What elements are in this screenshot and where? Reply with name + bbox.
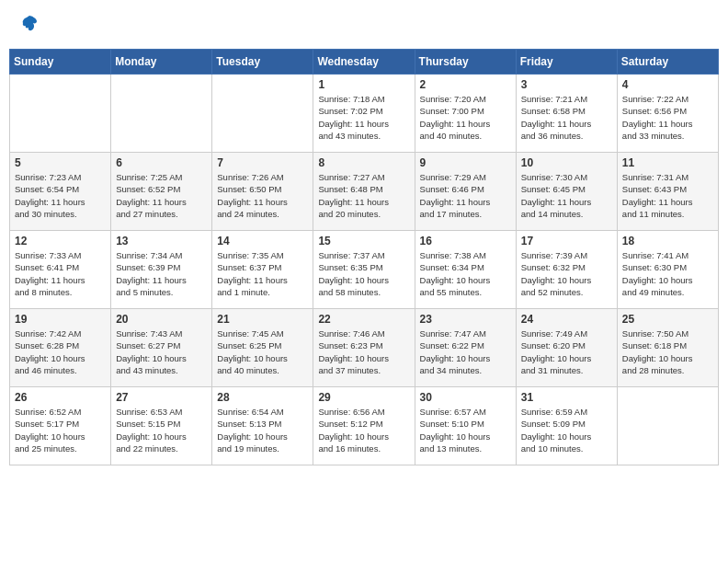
- calendar-cell: 31Sunrise: 6:59 AM Sunset: 5:09 PM Dayli…: [516, 387, 617, 465]
- calendar-cell: 7Sunrise: 7:26 AM Sunset: 6:50 PM Daylig…: [212, 153, 313, 231]
- day-info: Sunrise: 6:59 AM Sunset: 5:09 PM Dayligh…: [521, 406, 612, 454]
- week-row-5: 26Sunrise: 6:52 AM Sunset: 5:17 PM Dayli…: [10, 387, 719, 465]
- day-info: Sunrise: 7:25 AM Sunset: 6:52 PM Dayligh…: [116, 171, 207, 220]
- day-info: Sunrise: 7:34 AM Sunset: 6:39 PM Dayligh…: [116, 249, 207, 298]
- day-number: 12: [15, 235, 106, 247]
- calendar-cell: 21Sunrise: 7:45 AM Sunset: 6:25 PM Dayli…: [212, 309, 313, 387]
- calendar-cell: [10, 75, 111, 153]
- day-number: 16: [420, 235, 511, 247]
- day-header-sunday: Sunday: [10, 50, 111, 75]
- logo-content: [18, 14, 39, 37]
- day-info: Sunrise: 7:41 AM Sunset: 6:30 PM Dayligh…: [622, 249, 713, 298]
- day-info: Sunrise: 7:39 AM Sunset: 6:32 PM Dayligh…: [521, 249, 612, 298]
- calendar-cell: 28Sunrise: 6:54 AM Sunset: 5:13 PM Dayli…: [212, 387, 313, 465]
- day-info: Sunrise: 7:26 AM Sunset: 6:50 PM Dayligh…: [217, 171, 308, 220]
- calendar-header-row: SundayMondayTuesdayWednesdayThursdayFrid…: [10, 50, 719, 75]
- day-number: 29: [318, 391, 409, 404]
- day-number: 24: [521, 313, 612, 326]
- calendar-cell: 29Sunrise: 6:56 AM Sunset: 5:12 PM Dayli…: [313, 387, 415, 465]
- day-info: Sunrise: 7:29 AM Sunset: 6:46 PM Dayligh…: [420, 171, 511, 220]
- day-number: 15: [318, 235, 409, 247]
- day-number: 7: [217, 156, 308, 169]
- day-number: 4: [622, 78, 713, 91]
- day-number: 26: [15, 391, 106, 404]
- day-number: 5: [15, 156, 106, 169]
- calendar-cell: 2Sunrise: 7:20 AM Sunset: 7:00 PM Daylig…: [415, 75, 516, 153]
- logo: [18, 14, 39, 37]
- day-info: Sunrise: 7:21 AM Sunset: 6:58 PM Dayligh…: [521, 93, 612, 142]
- calendar-cell: 14Sunrise: 7:35 AM Sunset: 6:37 PM Dayli…: [212, 231, 313, 309]
- calendar-cell: 24Sunrise: 7:49 AM Sunset: 6:20 PM Dayli…: [516, 309, 617, 387]
- week-row-1: 1Sunrise: 7:18 AM Sunset: 7:02 PM Daylig…: [10, 75, 719, 153]
- day-header-thursday: Thursday: [415, 50, 516, 75]
- day-info: Sunrise: 7:45 AM Sunset: 6:25 PM Dayligh…: [217, 327, 308, 376]
- day-info: Sunrise: 7:30 AM Sunset: 6:45 PM Dayligh…: [521, 171, 612, 220]
- calendar-cell: 11Sunrise: 7:31 AM Sunset: 6:43 PM Dayli…: [617, 153, 718, 231]
- day-number: 6: [116, 156, 207, 169]
- calendar-cell: 1Sunrise: 7:18 AM Sunset: 7:02 PM Daylig…: [313, 75, 415, 153]
- day-number: 10: [521, 156, 612, 169]
- day-info: Sunrise: 7:33 AM Sunset: 6:41 PM Dayligh…: [15, 249, 106, 298]
- day-info: Sunrise: 7:42 AM Sunset: 6:28 PM Dayligh…: [15, 327, 106, 376]
- day-number: 30: [420, 391, 511, 404]
- calendar-cell: 18Sunrise: 7:41 AM Sunset: 6:30 PM Dayli…: [617, 231, 718, 309]
- day-number: 19: [15, 313, 106, 326]
- calendar-cell: 30Sunrise: 6:57 AM Sunset: 5:10 PM Dayli…: [415, 387, 516, 465]
- day-info: Sunrise: 7:35 AM Sunset: 6:37 PM Dayligh…: [217, 249, 308, 298]
- calendar-cell: 12Sunrise: 7:33 AM Sunset: 6:41 PM Dayli…: [10, 231, 111, 309]
- day-info: Sunrise: 7:23 AM Sunset: 6:54 PM Dayligh…: [15, 171, 106, 220]
- calendar-cell: 26Sunrise: 6:52 AM Sunset: 5:17 PM Dayli…: [10, 387, 111, 465]
- day-info: Sunrise: 7:50 AM Sunset: 6:18 PM Dayligh…: [622, 327, 713, 376]
- day-number: 1: [318, 78, 409, 91]
- day-info: Sunrise: 7:38 AM Sunset: 6:34 PM Dayligh…: [420, 249, 511, 298]
- day-number: 3: [521, 78, 612, 91]
- calendar-cell: 6Sunrise: 7:25 AM Sunset: 6:52 PM Daylig…: [111, 153, 212, 231]
- day-info: Sunrise: 6:52 AM Sunset: 5:17 PM Dayligh…: [15, 406, 106, 454]
- calendar-cell: 25Sunrise: 7:50 AM Sunset: 6:18 PM Dayli…: [617, 309, 718, 387]
- day-number: 18: [622, 235, 713, 247]
- day-number: 8: [318, 156, 409, 169]
- day-number: 31: [521, 391, 612, 404]
- week-row-2: 5Sunrise: 7:23 AM Sunset: 6:54 PM Daylig…: [10, 153, 719, 231]
- day-info: Sunrise: 6:54 AM Sunset: 5:13 PM Dayligh…: [217, 406, 308, 454]
- day-header-monday: Monday: [111, 50, 212, 75]
- day-number: 13: [116, 235, 207, 247]
- calendar-cell: 5Sunrise: 7:23 AM Sunset: 6:54 PM Daylig…: [10, 153, 111, 231]
- day-info: Sunrise: 7:47 AM Sunset: 6:22 PM Dayligh…: [420, 327, 511, 376]
- calendar-cell: 22Sunrise: 7:46 AM Sunset: 6:23 PM Dayli…: [313, 309, 415, 387]
- calendar-cell: 20Sunrise: 7:43 AM Sunset: 6:27 PM Dayli…: [111, 309, 212, 387]
- day-info: Sunrise: 6:56 AM Sunset: 5:12 PM Dayligh…: [318, 406, 409, 454]
- calendar-cell: [212, 75, 313, 153]
- day-number: 20: [116, 313, 207, 326]
- calendar-cell: 17Sunrise: 7:39 AM Sunset: 6:32 PM Dayli…: [516, 231, 617, 309]
- week-row-4: 19Sunrise: 7:42 AM Sunset: 6:28 PM Dayli…: [10, 309, 719, 387]
- day-info: Sunrise: 7:18 AM Sunset: 7:02 PM Dayligh…: [318, 93, 409, 142]
- day-number: 23: [420, 313, 511, 326]
- calendar-cell: [111, 75, 212, 153]
- day-header-wednesday: Wednesday: [313, 50, 415, 75]
- calendar-cell: 13Sunrise: 7:34 AM Sunset: 6:39 PM Dayli…: [111, 231, 212, 309]
- calendar-cell: 15Sunrise: 7:37 AM Sunset: 6:35 PM Dayli…: [313, 231, 415, 309]
- calendar-cell: 8Sunrise: 7:27 AM Sunset: 6:48 PM Daylig…: [313, 153, 415, 231]
- calendar-cell: 4Sunrise: 7:22 AM Sunset: 6:56 PM Daylig…: [617, 75, 718, 153]
- day-number: 21: [217, 313, 308, 326]
- logo-bird-icon: [20, 14, 39, 32]
- day-number: 11: [622, 156, 713, 169]
- day-info: Sunrise: 7:43 AM Sunset: 6:27 PM Dayligh…: [116, 327, 207, 376]
- day-info: Sunrise: 7:20 AM Sunset: 7:00 PM Dayligh…: [420, 93, 511, 142]
- calendar-table: SundayMondayTuesdayWednesdayThursdayFrid…: [9, 49, 719, 465]
- calendar-cell: 27Sunrise: 6:53 AM Sunset: 5:15 PM Dayli…: [111, 387, 212, 465]
- day-info: Sunrise: 7:27 AM Sunset: 6:48 PM Dayligh…: [318, 171, 409, 220]
- day-number: 17: [521, 235, 612, 247]
- day-info: Sunrise: 7:46 AM Sunset: 6:23 PM Dayligh…: [318, 327, 409, 376]
- day-number: 25: [622, 313, 713, 326]
- day-info: Sunrise: 7:22 AM Sunset: 6:56 PM Dayligh…: [622, 93, 713, 142]
- calendar-cell: [617, 387, 718, 465]
- week-row-3: 12Sunrise: 7:33 AM Sunset: 6:41 PM Dayli…: [10, 231, 719, 309]
- day-number: 2: [420, 78, 511, 91]
- day-number: 9: [420, 156, 511, 169]
- calendar-cell: 3Sunrise: 7:21 AM Sunset: 6:58 PM Daylig…: [516, 75, 617, 153]
- day-info: Sunrise: 6:53 AM Sunset: 5:15 PM Dayligh…: [116, 406, 207, 454]
- day-header-saturday: Saturday: [617, 50, 718, 75]
- day-info: Sunrise: 7:37 AM Sunset: 6:35 PM Dayligh…: [318, 249, 409, 298]
